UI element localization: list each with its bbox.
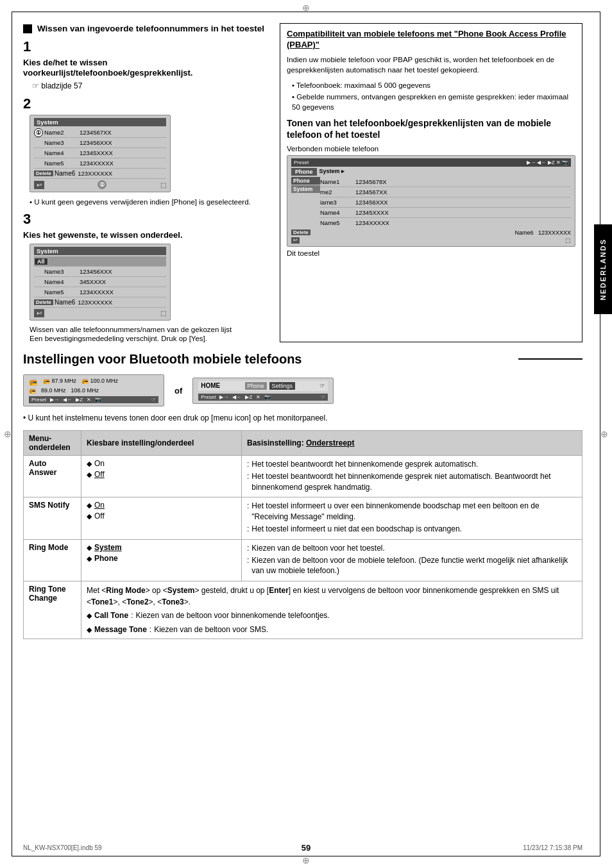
rs-num4: 12345XXXX <box>355 209 389 216</box>
bluetooth-heading-text: Instellingen voor Bluetooth mobiele tele… <box>23 351 512 367</box>
row2-num: 123456XXX <box>80 139 112 146</box>
bt-ctrl5: 📷 <box>95 397 101 403</box>
s3-row3-num: 345XXXX <box>80 278 106 285</box>
step2-bullet: U kunt geen gegevens verwijderen indien … <box>30 197 267 207</box>
row5-name: Name6 <box>55 170 75 177</box>
left-tabs: Phone System <box>291 177 320 228</box>
rs-name5: Name5 <box>320 219 355 226</box>
auto-answer-desc: : Het toestel beantwoordt het binnenkome… <box>242 455 582 497</box>
rs-back: ↩ <box>291 237 300 244</box>
step3: 3 Kies het gewenste, te wissen onderdeel… <box>23 211 267 342</box>
bt-freq2-right: 106.0 MHz <box>71 387 99 394</box>
screen1-system-label: System <box>37 119 58 126</box>
rs-name6-row: Name6 123XXXXXX <box>514 230 571 236</box>
screen1-footer: ↩ ② ⬚ <box>34 180 166 189</box>
circle-2: ② <box>98 180 106 189</box>
preset-label-r: Preset <box>201 394 216 400</box>
bluetooth-heading-section: Instellingen voor Bluetooth mobiele tele… <box>23 351 582 367</box>
auto-answer-menu: Auto Answer <box>24 455 81 497</box>
step2: 2 System ① Name2 1234567XX Name3 123456X… <box>23 96 267 207</box>
bt-ctrl1: ▶→ <box>50 397 59 403</box>
bt-ctrl4: ✕ <box>87 397 91 403</box>
auto-on-option: ◆ On <box>87 459 236 468</box>
phone-screen-right: Preset ▶→ ◀← ▶Z ✕ 📷 Phone System ▸ Phone… <box>287 155 575 247</box>
sms-notify-settings: ◆ On ◆ Off <box>81 497 242 539</box>
rs-num1: 12345678X <box>355 178 387 185</box>
sms-on-label: On <box>94 501 105 510</box>
right-screen-content: Phone System Name1 12345678X me2 1234567… <box>291 177 571 228</box>
screen1-row5: Delete Name6 123XXXXXX <box>34 169 166 179</box>
left-column: Wissen van ingevoerde telefoonnummers in… <box>23 23 267 342</box>
screen3-icon-right: ⬚ <box>160 310 166 317</box>
th-basis: Basisinstelling: Onderstreept <box>242 430 582 455</box>
preset-btn: Preset <box>294 160 309 165</box>
all-btn: All <box>34 258 48 265</box>
sms-desc1: : Het toestel informeert u over een binn… <box>247 501 577 522</box>
phone-screen-3: System All Name3 123456XXX Name4 345XXXX <box>30 244 171 321</box>
rs-name1: Name1 <box>320 178 355 185</box>
diamond-call-tone: ◆ <box>87 611 92 621</box>
home-hand-icon: ☞ <box>319 382 325 389</box>
screen1-header: System <box>34 118 166 126</box>
bt-preset-bar-left: Preset ▶→ ◀← ▶Z ✕ 📷 ☞ <box>29 396 158 403</box>
system-label-tab: System <box>291 185 320 193</box>
dit-toestel-label: Dit toestel <box>287 249 575 257</box>
screen1-row4: Name5 1234XXXXX <box>34 158 166 169</box>
diamond-ring-system: ◆ <box>87 544 92 552</box>
reg-mark-left: ⊕ <box>3 429 13 439</box>
auto-on-label: On <box>94 459 105 468</box>
auto-answer-settings: ◆ On ◆ Off <box>81 455 242 497</box>
bt-r-ctrl5: 📷 <box>264 394 271 400</box>
home-label: HOME <box>201 382 220 389</box>
screen3-row4: Name5 1234XXXXX <box>34 287 166 297</box>
heading-square <box>23 24 32 33</box>
table-row-sms-notify: SMS Notify ◆ On ◆ Off : Het toestel i <box>24 497 582 539</box>
ring-tone-menu: Ring Tone Change <box>24 581 81 639</box>
reg-mark-top: ⊕ <box>301 3 311 13</box>
language-tab-text: NEDERLANDS <box>599 238 607 300</box>
circle-1: ① <box>34 128 43 137</box>
section1-heading: Wissen van ingevoerde telefoonnummers in… <box>37 23 264 35</box>
message-tone-option: ◆ Message Tone : Kiezen van de beltoon v… <box>87 624 577 635</box>
s3-delete: Delete <box>34 299 53 305</box>
section2-body: Indien uw mobiele telefoon voor PBAP ges… <box>287 54 575 75</box>
ring-mode-desc: : Kiezen van de beltoon voor het toestel… <box>242 539 582 581</box>
right-screen-rows: Name1 12345678X me2 1234567XX iame3 1234… <box>320 177 571 228</box>
bt-left-icon: 📻 <box>29 378 38 386</box>
s3-row4-name: Name5 <box>44 288 80 296</box>
row4-num: 1234XXXXX <box>80 160 114 167</box>
home-tabs: Phone Settings <box>245 382 296 390</box>
reg-mark-bottom: ⊕ <box>301 855 311 865</box>
diamond-sms-on: ◆ <box>87 501 92 510</box>
s3-row3-name: Name4 <box>44 278 80 285</box>
row1-name: Name2 <box>44 129 80 136</box>
step3-caption1: Wissen van alle telefoonnummers/namen va… <box>30 326 267 333</box>
ring-phone-option: ◆ Phone <box>87 554 236 563</box>
table-row-auto-answer: Auto Answer ◆ On ◆ Off : Het toestel <box>24 455 582 497</box>
sms-on-option: ◆ On <box>87 501 236 510</box>
screen3-row3: Name4 345XXXX <box>34 277 166 287</box>
bt-r-ctrl3: ▶Z <box>245 394 252 400</box>
s3-row2-name: Name3 <box>44 268 80 275</box>
settings-tab-home: Settings <box>269 382 296 390</box>
row2-name: Name3 <box>44 139 80 146</box>
step3-number: 3 <box>23 211 267 228</box>
rs-row2: me2 1234567XX <box>320 187 571 197</box>
step1: 1 Kies de/het te wissen voorkeurlijst/te… <box>23 38 267 91</box>
phone-tab-home: Phone <box>245 382 267 390</box>
icons-row: ▶→ ◀← ▶Z ✕ 📷 <box>527 160 568 165</box>
bt-left-bottom: 📻 89.0 MHz 106.0 MHz <box>29 387 158 394</box>
s3-row5-num: 123XXXXXX <box>78 299 112 306</box>
ring-system-label: System <box>94 543 122 552</box>
rs-name3: iame3 <box>320 199 355 206</box>
call-tone-label: Call Tone <box>94 610 128 621</box>
rs-row3: iame3 123456XXX <box>320 197 571 208</box>
ring-mode-menu: Ring Mode <box>24 539 81 581</box>
screen1-row1: ① Name2 1234567XX <box>34 128 166 138</box>
ring-tone-intro: Met <Ring Mode> op <System> gesteld, dru… <box>87 585 577 608</box>
screen1-row2: Name3 123456XXX <box>34 138 166 148</box>
step2-number: 2 <box>23 96 267 112</box>
rs-num2: 1234567XX <box>355 188 387 196</box>
sms-off-option: ◆ Off <box>87 512 236 521</box>
screen3-header: System <box>34 247 166 255</box>
